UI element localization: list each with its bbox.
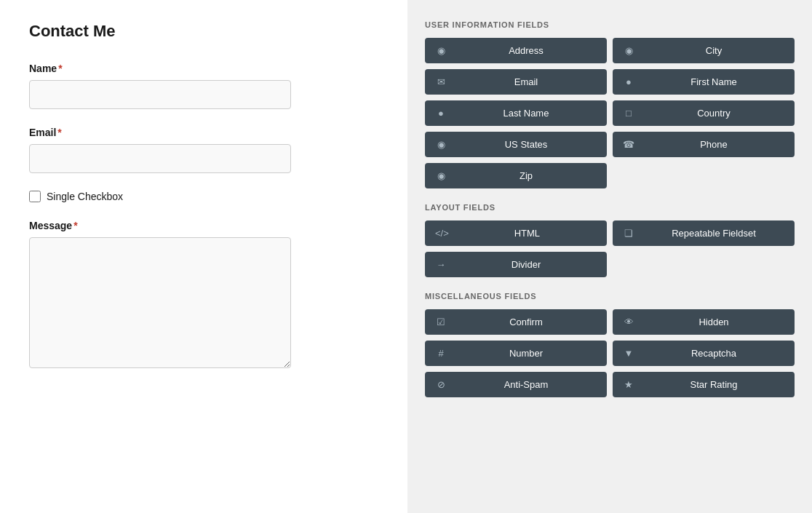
divider-label: Divider bbox=[455, 259, 597, 270]
message-required: * bbox=[73, 220, 77, 231]
repeatable-label: Repeatable Fieldset bbox=[643, 228, 784, 239]
country-label: Country bbox=[643, 108, 784, 119]
star-rating-icon: ★ bbox=[623, 379, 634, 390]
field-btn-number[interactable]: # Number bbox=[425, 341, 607, 366]
divider-icon: → bbox=[435, 259, 447, 270]
email-required: * bbox=[57, 127, 61, 138]
email-field-label: Email bbox=[455, 76, 597, 87]
number-label: Number bbox=[455, 348, 597, 359]
form-title: Contact Me bbox=[29, 22, 378, 41]
country-icon: □ bbox=[623, 108, 634, 119]
field-btn-recaptcha[interactable]: ▼ Recaptcha bbox=[613, 341, 795, 366]
field-btn-us-states[interactable]: ◉ US States bbox=[425, 132, 607, 157]
field-btn-repeatable[interactable]: ❏ Repeatable Fieldset bbox=[613, 220, 795, 246]
anti-spam-label: Anti-Spam bbox=[455, 379, 597, 390]
confirm-icon: ☑ bbox=[435, 317, 447, 327]
field-btn-address[interactable]: ◉ Address bbox=[425, 38, 607, 63]
email-input[interactable] bbox=[29, 144, 291, 173]
layout-grid: </> HTML ❏ Repeatable Fieldset → Divider bbox=[425, 220, 795, 277]
first-name-label: First Name bbox=[643, 76, 784, 87]
field-btn-anti-spam[interactable]: ⊘ Anti-Spam bbox=[425, 372, 607, 397]
field-btn-last-name[interactable]: ● Last Name bbox=[425, 100, 607, 126]
name-group: Name* bbox=[29, 63, 378, 109]
hidden-label: Hidden bbox=[643, 317, 784, 327]
field-btn-zip[interactable]: ◉ Zip bbox=[425, 163, 607, 188]
confirm-label: Confirm bbox=[455, 317, 597, 327]
field-btn-html[interactable]: </> HTML bbox=[425, 220, 607, 246]
misc-grid: ☑ Confirm 👁 Hidden # Number ▼ Recaptcha … bbox=[425, 309, 795, 397]
field-btn-email[interactable]: ✉ Email bbox=[425, 69, 607, 95]
html-label: HTML bbox=[458, 228, 597, 239]
field-btn-star-rating[interactable]: ★ Star Rating bbox=[613, 372, 795, 397]
name-label: Name* bbox=[29, 63, 378, 74]
misc-section: MISCELLANEOUS FIELDS ☑ Confirm 👁 Hidden … bbox=[425, 292, 795, 397]
field-btn-hidden[interactable]: 👁 Hidden bbox=[613, 309, 795, 335]
html-icon: </> bbox=[435, 228, 449, 239]
misc-title: MISCELLANEOUS FIELDS bbox=[425, 292, 795, 301]
field-btn-city[interactable]: ◉ City bbox=[613, 38, 795, 63]
message-group: Message* bbox=[29, 220, 378, 371]
recaptcha-label: Recaptcha bbox=[643, 348, 784, 359]
number-icon: # bbox=[435, 348, 447, 359]
address-icon: ◉ bbox=[435, 45, 447, 56]
field-btn-divider[interactable]: → Divider bbox=[425, 252, 607, 277]
name-required: * bbox=[58, 63, 62, 74]
anti-spam-icon: ⊘ bbox=[435, 379, 447, 390]
repeatable-icon: ❏ bbox=[623, 228, 634, 239]
left-panel: Contact Me Name* Email* Single Checkbox … bbox=[0, 0, 407, 513]
message-label: Message* bbox=[29, 220, 378, 231]
first-name-icon: ● bbox=[623, 76, 634, 87]
us-states-label: US States bbox=[455, 139, 597, 150]
star-rating-label: Star Rating bbox=[643, 379, 784, 390]
checkbox-group: Single Checkbox bbox=[29, 191, 378, 202]
address-label: Address bbox=[455, 45, 597, 56]
city-icon: ◉ bbox=[623, 45, 634, 56]
email-group: Email* bbox=[29, 127, 378, 173]
zip-label: Zip bbox=[455, 170, 597, 181]
user-info-section: USER INFORMATION FIELDS ◉ Address ◉ City… bbox=[425, 20, 795, 188]
message-textarea[interactable] bbox=[29, 237, 291, 368]
user-info-title: USER INFORMATION FIELDS bbox=[425, 20, 795, 29]
phone-icon: ☎ bbox=[623, 139, 634, 150]
city-label: City bbox=[643, 45, 784, 56]
last-name-icon: ● bbox=[435, 108, 447, 119]
layout-section: LAYOUT FIELDS </> HTML ❏ Repeatable Fiel… bbox=[425, 203, 795, 277]
recaptcha-icon: ▼ bbox=[623, 348, 634, 359]
layout-title: LAYOUT FIELDS bbox=[425, 203, 795, 212]
zip-icon: ◉ bbox=[435, 170, 447, 181]
single-checkbox[interactable] bbox=[29, 191, 41, 202]
field-btn-first-name[interactable]: ● First Name bbox=[613, 69, 795, 95]
checkbox-label: Single Checkbox bbox=[47, 191, 123, 202]
us-states-icon: ◉ bbox=[435, 139, 447, 150]
last-name-label: Last Name bbox=[455, 108, 597, 119]
field-btn-phone[interactable]: ☎ Phone bbox=[613, 132, 795, 157]
name-input[interactable] bbox=[29, 80, 291, 109]
email-icon: ✉ bbox=[435, 76, 447, 87]
user-info-grid: ◉ Address ◉ City ✉ Email ● First Name ● … bbox=[425, 38, 795, 188]
phone-label: Phone bbox=[643, 139, 784, 150]
field-btn-country[interactable]: □ Country bbox=[613, 100, 795, 126]
hidden-icon: 👁 bbox=[623, 317, 634, 327]
email-label: Email* bbox=[29, 127, 378, 138]
field-btn-confirm[interactable]: ☑ Confirm bbox=[425, 309, 607, 335]
right-panel: USER INFORMATION FIELDS ◉ Address ◉ City… bbox=[407, 0, 812, 513]
